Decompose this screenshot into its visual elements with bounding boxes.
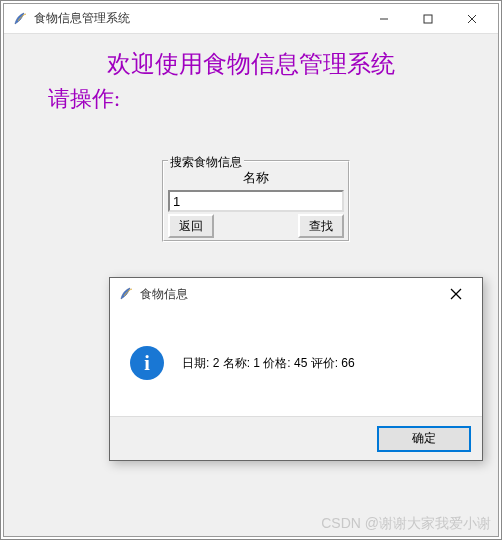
window-controls bbox=[362, 5, 494, 33]
svg-line-3 bbox=[468, 15, 476, 23]
svg-rect-1 bbox=[424, 15, 432, 23]
close-icon bbox=[467, 14, 477, 24]
app-feather-icon bbox=[12, 11, 28, 27]
minimize-button[interactable] bbox=[362, 5, 406, 33]
welcome-label: 欢迎使用食物信息管理系统 bbox=[4, 48, 498, 80]
dialog-close-button[interactable] bbox=[434, 280, 478, 308]
maximize-button[interactable] bbox=[406, 5, 450, 33]
search-button[interactable]: 查找 bbox=[298, 214, 344, 238]
dialog-body: i 日期: 2 名称: 1 价格: 45 评价: 66 bbox=[110, 310, 482, 416]
info-dialog: 食物信息 i 日期: 2 名称: 1 价格: 45 评价: 66 确定 bbox=[109, 277, 483, 461]
dialog-feather-icon bbox=[118, 286, 134, 302]
watermark: CSDN @谢谢大家我爱小谢 bbox=[321, 515, 491, 533]
search-frame-label: 搜索食物信息 bbox=[168, 154, 244, 171]
close-icon bbox=[450, 288, 462, 300]
dialog-title: 食物信息 bbox=[140, 286, 188, 303]
svg-line-2 bbox=[468, 15, 476, 23]
main-window-title: 食物信息管理系统 bbox=[34, 10, 130, 27]
prompt-label: 请操作: bbox=[48, 84, 498, 114]
ok-button[interactable]: 确定 bbox=[378, 427, 470, 451]
minimize-icon bbox=[379, 14, 389, 24]
svg-line-4 bbox=[451, 289, 461, 299]
main-titlebar: 食物信息管理系统 bbox=[4, 4, 498, 34]
search-frame: 搜索食物信息 名称 返回 查找 bbox=[162, 160, 350, 242]
maximize-icon bbox=[423, 14, 433, 24]
back-button[interactable]: 返回 bbox=[168, 214, 214, 238]
name-input[interactable] bbox=[168, 190, 344, 212]
dialog-footer: 确定 bbox=[110, 416, 482, 460]
dialog-titlebar: 食物信息 bbox=[110, 278, 482, 310]
dialog-message: 日期: 2 名称: 1 价格: 45 评价: 66 bbox=[182, 355, 355, 372]
svg-line-5 bbox=[451, 289, 461, 299]
close-button[interactable] bbox=[450, 5, 494, 33]
info-icon: i bbox=[130, 346, 164, 380]
